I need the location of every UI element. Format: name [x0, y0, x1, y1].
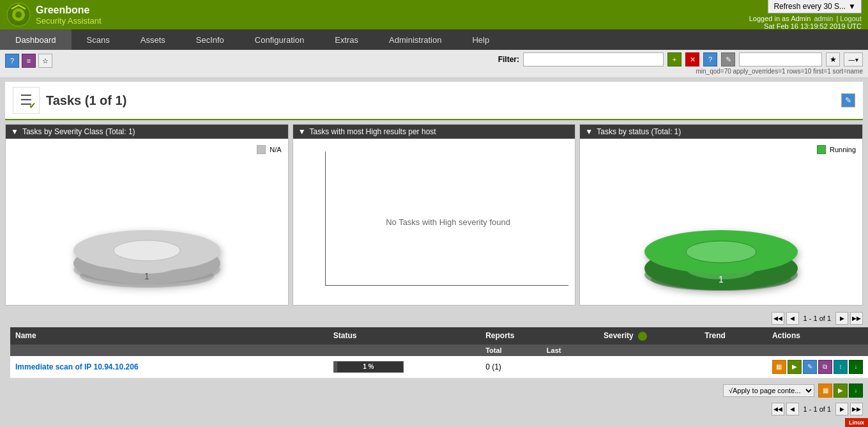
navigation: Dashboard Scans Assets SecInfo Configura… — [0, 29, 868, 50]
task-reports-last-cell — [542, 356, 598, 378]
toolbar: ? ≡ ☆ Filter: + ✕ ? ✎ ★ —▾ min_qod=70 ap… — [0, 50, 868, 78]
pagination-info-bottom: 1 - 1 of 1 — [801, 405, 834, 413]
prev-page-button-bottom[interactable]: ◀ — [786, 403, 799, 415]
col-trend: Trend — [699, 327, 767, 345]
y-axis — [325, 151, 326, 286]
datetime: Sat Feb 16 13:19:52 2019 UTC — [764, 22, 862, 30]
logo-icon — [6, 3, 31, 27]
task-export-button[interactable]: ↕ — [834, 360, 848, 374]
task-edit-button[interactable]: ✎ — [803, 360, 817, 374]
first-page-button[interactable]: ◀◀ — [772, 312, 784, 325]
help-icon[interactable]: ? — [5, 54, 19, 68]
progress-text: 1 % — [334, 363, 403, 370]
last-page-button-bottom[interactable]: ▶▶ — [850, 403, 863, 415]
logo-line1: Greenbone — [36, 4, 102, 16]
bottom-icon-3[interactable]: ↓ — [849, 384, 863, 398]
filter-remove-button[interactable]: ✕ — [685, 52, 699, 66]
col-name: Name — [10, 327, 328, 345]
user-info: Logged in as Admin admin | Logout Sat Fe… — [749, 15, 862, 30]
filter-add-button[interactable]: + — [667, 52, 681, 66]
high-results-chart-arrow[interactable]: ▼ — [298, 127, 306, 136]
next-page-button-bottom[interactable]: ▶ — [835, 403, 848, 415]
running-legend-label: Running — [830, 146, 856, 153]
filter-label: Filter: — [498, 55, 519, 64]
list-icon[interactable]: ≡ — [22, 54, 36, 68]
filter-area: Filter: + ✕ ? ✎ ★ —▾ min_qod=70 apply_ov… — [498, 52, 863, 75]
high-results-chart-panel: ▼ Tasks with most High results per host … — [293, 124, 576, 306]
nav-secinfo[interactable]: SecInfo — [181, 29, 240, 50]
progress-bar-container: 1 % — [333, 361, 404, 373]
task-actions-cell: ▦ ▶ ✎ ⧉ ↕ ↓ — [767, 356, 868, 378]
app-header: Greenbone Security Assistant Refresh eve… — [0, 0, 868, 29]
table-subheader-row: Total Last — [10, 345, 868, 356]
col-reports-last: Last — [542, 345, 598, 356]
severity-legend: N/A — [257, 145, 281, 154]
severity-chart-title: Tasks by Severity Class (Total: 1) — [22, 127, 135, 136]
status-chart-title: Tasks by status (Total: 1) — [597, 127, 681, 136]
filter-input[interactable] — [523, 52, 664, 66]
reports-total-value: 0 (1) — [485, 362, 501, 371]
task-name-link[interactable]: Immediate scan of IP 10.94.10.206 — [15, 362, 139, 371]
nav-assets[interactable]: Assets — [125, 29, 181, 50]
bottom-icon-2[interactable]: ▶ — [834, 384, 848, 398]
nav-administration[interactable]: Administration — [374, 29, 457, 50]
first-page-button-bottom[interactable]: ◀◀ — [772, 403, 784, 415]
na-legend-label: N/A — [270, 146, 281, 153]
collapse-button[interactable]: —▾ — [844, 52, 863, 66]
table-header-row: Name Status Reports Severity Trend Actio… — [10, 327, 868, 345]
nav-extras[interactable]: Extras — [319, 29, 374, 50]
bottom-icons: ▦ ▶ ↓ — [818, 384, 863, 398]
na-legend-color — [257, 145, 266, 154]
table-row: Immediate scan of IP 10.94.10.206 1 % 0 … — [10, 356, 868, 378]
status-legend: Running — [817, 145, 856, 154]
nav-scans[interactable]: Scans — [72, 29, 125, 50]
username-link[interactable]: admin — [814, 15, 833, 22]
task-play-button[interactable]: ▶ — [788, 360, 802, 374]
filter-hint: min_qod=70 apply_overrides=1 rows=10 fir… — [696, 68, 863, 75]
filter-help-button[interactable]: ? — [703, 52, 717, 66]
task-reports-total-cell: 0 (1) — [480, 356, 542, 378]
col-reports-total: Total — [480, 345, 542, 356]
last-page-button[interactable]: ▶▶ — [850, 312, 863, 325]
task-icon: ☰ ✔ — [13, 87, 40, 114]
star-icon[interactable]: ☆ — [38, 54, 52, 68]
logged-in-prefix: Logged in as Admin — [749, 15, 811, 22]
prev-page-button[interactable]: ◀ — [786, 312, 799, 325]
nav-dashboard[interactable]: Dashboard — [0, 29, 72, 50]
bottom-icon-1[interactable]: ▦ — [818, 384, 832, 398]
svg-point-2 — [15, 12, 22, 18]
status-chart-arrow[interactable]: ▼ — [585, 127, 593, 136]
linux-logo: Linux — [845, 418, 868, 421]
svg-text:1: 1 — [144, 271, 149, 281]
secondary-filter-input[interactable] — [739, 52, 822, 66]
high-results-chart-body: No Tasks with High severity found — [293, 139, 575, 305]
task-name-cell: Immediate scan of IP 10.94.10.206 — [10, 356, 328, 378]
logout-link[interactable]: Logout — [840, 15, 862, 22]
apply-to-page-select[interactable]: √Apply to page conte... — [723, 384, 814, 397]
nav-help[interactable]: Help — [457, 29, 505, 50]
page-title: Tasks (1 of 1) — [46, 93, 126, 108]
filter-edit-button[interactable]: ✎ — [721, 52, 735, 66]
page-edit-button[interactable]: ✎ — [841, 93, 855, 107]
running-legend-color — [817, 145, 826, 154]
task-severity-cell — [598, 356, 699, 378]
task-schedule-button[interactable]: ▦ — [772, 360, 786, 374]
task-clone-button[interactable]: ⧉ — [818, 360, 832, 374]
charts-section: ▼ Tasks by Severity Class (Total: 1) N/A — [5, 124, 863, 306]
table-wrapper: Name Status Reports Severity Trend Actio… — [0, 327, 868, 378]
status-chart-body: Running 1 — [580, 139, 862, 305]
severity-chart-arrow[interactable]: ▼ — [11, 127, 19, 136]
col-status: Status — [328, 327, 480, 345]
task-delete-button[interactable]: ↓ — [849, 360, 863, 374]
severity-chart-panel: ▼ Tasks by Severity Class (Total: 1) N/A — [5, 124, 289, 306]
bottom-toolbar: √Apply to page conte... ▦ ▶ ↓ — [0, 381, 868, 400]
refresh-button[interactable]: Refresh every 30 S... ▼ — [768, 0, 862, 13]
severity-chart-header: ▼ Tasks by Severity Class (Total: 1) — [6, 125, 288, 139]
secondary-star-button[interactable]: ★ — [826, 52, 840, 66]
nav-configuration[interactable]: Configuration — [240, 29, 319, 50]
pagination-bottom: ◀◀ ◀ 1 - 1 of 1 ▶ ▶▶ — [0, 400, 868, 418]
status-chart-header: ▼ Tasks by status (Total: 1) — [580, 125, 862, 139]
next-page-button[interactable]: ▶ — [835, 312, 848, 325]
severity-donut-chart: 1 — [64, 151, 230, 292]
logo-text-block: Greenbone Security Assistant — [36, 4, 102, 26]
